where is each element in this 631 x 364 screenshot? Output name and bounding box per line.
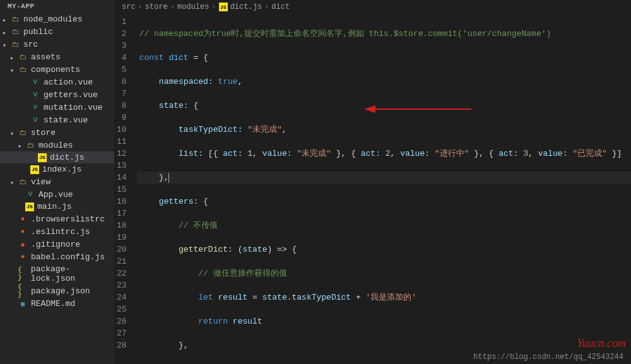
file-explorer[interactable]: MY-APP ▸🗀node_modules▸🗀public▾🗀src▸🗀asse… <box>0 0 114 364</box>
tree-item-src[interactable]: ▾🗀src <box>0 38 114 50</box>
circle-icon: ● <box>18 252 28 262</box>
tree-item-public[interactable]: ▸🗀public <box>0 25 114 38</box>
folder-icon: 🗀 <box>10 26 20 37</box>
tree-item--eslintrc-js[interactable]: ●.eslintrc.js <box>0 225 114 238</box>
code-editor: src› store› modules› JS dict.js› dict 12… <box>114 0 631 364</box>
tree-item-node_modules[interactable]: ▸🗀node_modules <box>0 13 114 25</box>
line-numbers: 1234567891011121314151617181920212223242… <box>114 15 137 364</box>
tree-item-view[interactable]: ▾🗀view <box>0 175 114 188</box>
breadcrumb-item[interactable]: src <box>122 3 136 11</box>
folder-icon: 🗀 <box>18 64 28 74</box>
tree-item--gitignore[interactable]: ◆.gitignore <box>0 238 114 250</box>
breadcrumb-item[interactable]: dict <box>271 3 290 11</box>
tree-item-README-md[interactable]: ▣README.md <box>0 297 114 310</box>
tree-item-assets[interactable]: ▸🗀assets <box>0 50 114 63</box>
js-icon: JS <box>25 203 34 211</box>
tree-item-modules[interactable]: ▾🗀modules <box>0 139 114 151</box>
tree-item-getters-vue[interactable]: Vgetters.vue <box>0 88 114 101</box>
folder-icon: 🗀 <box>10 14 20 24</box>
footer-url: https://blog.csdn.net/qq_42543244 <box>473 353 623 361</box>
breadcrumb-item[interactable]: modules <box>177 3 209 11</box>
breadcrumb-item[interactable]: dict.js <box>230 3 262 11</box>
vue-icon: V <box>30 102 40 112</box>
tree-item-components[interactable]: ▾🗀components <box>0 63 114 76</box>
circle-icon: ● <box>18 226 28 237</box>
folder-icon: 🗀 <box>18 52 28 62</box>
circle-icon: ● <box>18 214 28 224</box>
js-icon: JS <box>30 165 39 174</box>
tree-item-package-lock-json[interactable]: { }package-lock.json <box>0 263 114 285</box>
vue-icon: V <box>30 90 40 100</box>
tree-item-main-js[interactable]: JSmain.js <box>0 201 114 213</box>
sidebar-header: MY-APP <box>0 0 114 13</box>
breadcrumb-item[interactable]: store <box>145 3 168 11</box>
js-file-icon: JS <box>219 3 228 11</box>
folder-icon: 🗀 <box>10 39 20 49</box>
folder-icon: 🗀 <box>25 140 35 150</box>
vue-icon: V <box>25 189 35 199</box>
md-icon: ▣ <box>18 298 28 308</box>
tree-item-App-vue[interactable]: VApp.vue <box>0 188 114 201</box>
code-area[interactable]: 1234567891011121314151617181920212223242… <box>114 15 631 364</box>
tree-item-action-vue[interactable]: Vaction.vue <box>0 76 114 88</box>
tree-item-dict-js[interactable]: JSdict.js <box>0 151 114 163</box>
vue-icon: V <box>30 115 40 125</box>
json-icon: { } <box>18 286 28 296</box>
json-icon: { } <box>18 269 28 279</box>
tree-item-package-json[interactable]: { }package.json <box>0 285 114 297</box>
watermark: Yuucn.com <box>577 337 626 350</box>
tree-item--browserslistrc[interactable]: ●.browserslistrc <box>0 213 114 225</box>
git-icon: ◆ <box>18 239 28 249</box>
tree-item-state-vue[interactable]: Vstate.vue <box>0 114 114 126</box>
tree-item-babel-config-js[interactable]: ●babel.config.js <box>0 250 114 263</box>
breadcrumb[interactable]: src› store› modules› JS dict.js› dict <box>114 0 631 15</box>
vue-icon: V <box>30 77 40 87</box>
tree-item-store[interactable]: ▾🗀store <box>0 126 114 139</box>
folder-icon: 🗀 <box>18 127 28 138</box>
tree-item-index-js[interactable]: JSindex.js <box>0 163 114 175</box>
folder-icon: 🗀 <box>18 177 28 187</box>
js-icon: JS <box>38 153 47 162</box>
code-content[interactable]: // namespaced为true时,提交时需加上命名空间名字,例如 this… <box>137 15 631 364</box>
tree-item-mutation-vue[interactable]: Vmutation.vue <box>0 101 114 114</box>
